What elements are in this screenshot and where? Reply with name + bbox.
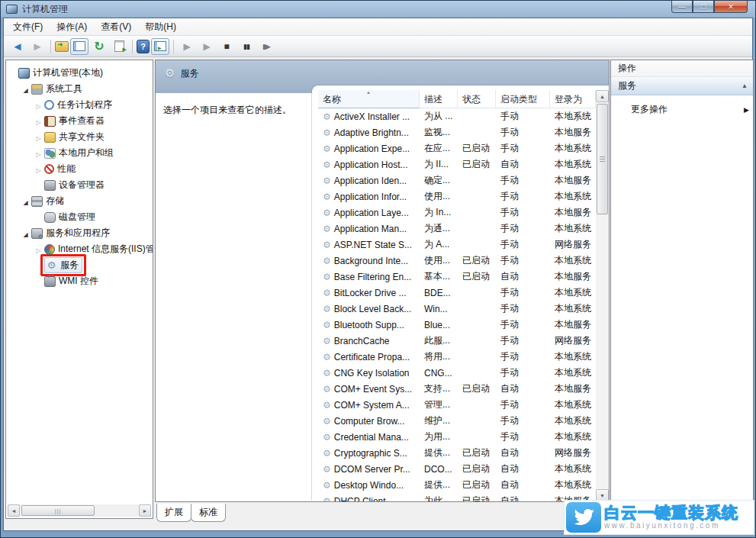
service-row[interactable]: Adaptive Brightn...监视...手动本地服务 [318,124,596,140]
service-row[interactable]: Application Man...为通...手动本地系统 [318,221,596,237]
service-row[interactable]: Base Filtering En...基本...已启动自动本地服务 [318,269,596,285]
collapse-section-icon[interactable]: ▲ [742,82,748,89]
service-row[interactable]: COM+ System A...管理...手动本地系统 [318,397,596,413]
service-row[interactable]: Bluetooth Supp...Blue...手动本地服务 [318,317,596,333]
show-action-pane-icon[interactable] [151,38,169,55]
tab-扩展[interactable]: 扩展 [156,504,191,522]
expander-icon[interactable] [21,84,30,95]
service-row[interactable]: Certificate Propa...将用...手动本地系统 [318,349,596,365]
tree-item[interactable]: 本地用户和组 [6,145,153,161]
services-vertical-scrollbar[interactable]: ▲ ▼ [596,90,609,501]
scroll-right-icon[interactable]: ► [139,504,151,517]
refresh-icon[interactable] [90,38,108,55]
service-row[interactable]: Computer Brow...维护...手动本地系统 [318,413,596,429]
tree-item[interactable]: 磁盘管理 [6,209,153,225]
tree-horizontal-scrollbar[interactable]: ◄ ||| ► [8,504,151,517]
service-row[interactable]: DHCP Client为此...已启动自动本地服务 [318,493,596,501]
service-row[interactable]: ASP.NET State S...为 A...手动网络服务 [318,237,596,253]
service-row[interactable]: Desktop Windo...提供...已启动自动本地系统 [318,477,596,493]
scrollbar-track[interactable]: ||| [20,504,139,517]
up-folder-icon[interactable] [55,41,69,52]
back-icon[interactable] [8,38,27,55]
tree-item-content[interactable]: 共享文件夹 [43,129,108,145]
show-console-tree-icon[interactable] [70,38,88,55]
scroll-up-icon[interactable]: ▲ [596,90,609,102]
service-row[interactable]: COM+ Event Sys...支持...已启动自动本地服务 [318,381,596,397]
tree-item[interactable]: 服务和应用程序 [6,225,153,241]
service-row[interactable]: Application Laye...为 In...手动本地服务 [318,205,596,221]
maximize-button[interactable]: □ [693,1,714,13]
minimize-button[interactable]: — [671,1,693,13]
forward-icon[interactable] [28,38,47,55]
tree-item[interactable]: 事件查看器 [6,113,153,129]
tree-item[interactable]: 系统工具 [6,81,153,97]
tree-item-content[interactable]: 计算机管理(本地) [17,65,107,81]
service-row[interactable]: DCOM Server Pr...DCO...已启动自动本地系统 [318,461,596,477]
service-row[interactable]: Cryptographic S...提供...已启动自动网络服务 [318,445,596,461]
scrollbar-thumb[interactable] [597,104,608,214]
service-row[interactable]: Block Level Back...Win...手动本地系统 [318,301,596,317]
tree-item[interactable]: 共享文件夹 [6,129,153,145]
tree-item-content[interactable]: 系统工具 [30,81,86,97]
column-header-3[interactable]: 启动类型 [496,90,550,108]
tree-item-content[interactable]: 磁盘管理 [43,209,99,225]
tree-item[interactable]: 存储 [6,193,153,209]
column-header-2[interactable]: 状态 [458,90,496,108]
service-row[interactable]: Application Expe...在应...已启动手动本地系统 [318,140,596,156]
menu-item-2[interactable]: 查看(V) [94,18,138,36]
menu-item-1[interactable]: 操作(A) [50,18,94,36]
service-row[interactable]: BitLocker Drive ...BDE...手动本地系统 [318,285,596,301]
tree-item-content[interactable]: WMI 控件 [43,273,102,289]
more-actions-item[interactable]: 更多操作 ▶ [611,95,753,116]
tree-item[interactable]: WMI 控件 [6,273,153,289]
service-row[interactable]: Application Host...为 II...已启动自动本地系统 [318,156,596,172]
service-row[interactable]: CNG Key IsolationCNG...手动本地系统 [318,365,596,381]
column-header-4[interactable]: 登录为 [550,90,596,108]
service-row[interactable]: ActiveX Installer ...为从 ...手动本地系统 [318,108,596,124]
tree-item[interactable]: 设备管理器 [6,177,153,193]
service-name-label: Application Laye... [334,208,409,218]
tab-标准[interactable]: 标准 [191,504,226,522]
expander-icon[interactable] [21,228,30,239]
service-row[interactable]: Application Iden...确定...手动本地服务 [318,172,596,188]
expander-icon[interactable] [34,244,43,255]
tree-item-content[interactable]: 服务 [44,257,82,273]
expander-icon[interactable] [34,116,43,127]
service-row[interactable]: Application Infor...使用...手动本地系统 [318,188,596,205]
start-service-icon[interactable] [178,38,196,55]
tree-item-content[interactable]: 存储 [30,193,68,209]
export-list-icon[interactable] [110,38,128,55]
scrollbar-thumb[interactable]: ||| [21,505,95,516]
stop-service-icon[interactable] [217,38,236,55]
column-header-0[interactable]: 名称▲ [318,90,420,108]
tree-item-content[interactable]: 设备管理器 [43,177,108,193]
expander-icon[interactable] [21,196,30,207]
service-row[interactable]: BranchCache此服...手动网络服务 [318,333,596,349]
tree-item-content[interactable]: 任务计划程序 [43,97,116,113]
pause-service-icon[interactable] [237,38,256,55]
tree-item[interactable]: 计算机管理(本地) [6,65,153,81]
service-row[interactable]: Credential Mana...为用...手动本地系统 [318,429,596,445]
tree-item-content[interactable]: 性能 [43,161,79,177]
title-bar[interactable]: 计算机管理 [1,1,755,18]
expander-icon[interactable] [34,148,43,159]
menu-item-0[interactable]: 文件(F) [6,18,50,36]
service-row[interactable]: Background Inte...使用...已启动手动本地系统 [318,253,596,269]
tree-item[interactable]: 服务 [6,257,153,273]
expander-icon[interactable] [34,132,43,143]
tree-item[interactable]: 性能 [6,161,153,177]
tree-item-content[interactable]: 本地用户和组 [43,145,117,161]
help-icon[interactable] [137,40,150,53]
actions-services-section[interactable]: 服务 ▲ [611,77,753,95]
tree-item-content[interactable]: 服务和应用程序 [30,225,114,241]
menu-item-3[interactable]: 帮助(H) [138,18,183,36]
tree-item-content[interactable]: 事件查看器 [43,113,108,129]
scroll-left-icon[interactable]: ◄ [8,504,20,517]
column-header-1[interactable]: 描述 [420,90,458,108]
resume-service-icon[interactable] [198,38,216,55]
restart-service-icon[interactable] [257,38,275,55]
close-button[interactable]: × [714,1,748,13]
expander-icon[interactable] [34,100,43,111]
tree-item[interactable]: 任务计划程序 [6,97,153,113]
expander-icon[interactable] [34,164,43,175]
